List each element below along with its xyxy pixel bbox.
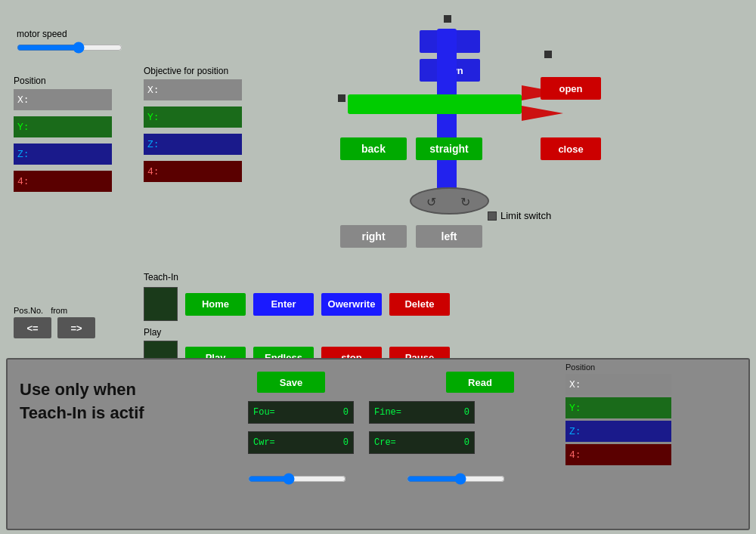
position-y-field: Y: <box>14 116 112 137</box>
base-disk: ↺ ↻ <box>410 187 489 215</box>
prev-button[interactable]: <= <box>14 317 51 338</box>
cwr-field: Cwr= 0 <box>248 431 354 454</box>
left-indicator <box>338 94 345 102</box>
limit-switch-indicator <box>488 211 497 221</box>
warning-line1: Use only when <box>20 380 136 399</box>
bottom-slider-2[interactable] <box>407 473 505 485</box>
posno-label: Pos.No. <box>14 306 43 315</box>
right-indicator <box>544 51 552 58</box>
teachin-label: Teach-In <box>144 272 450 282</box>
bottom-pos-y: Y: <box>565 397 671 418</box>
read-button[interactable]: Read <box>446 372 514 393</box>
warning-line2: Teach-In is actif <box>20 403 144 422</box>
four-field: Fou= 0 <box>248 401 354 424</box>
teachin-indicator <box>144 287 178 321</box>
objective-y-field: Y: <box>144 106 242 128</box>
bottom-sliders <box>248 473 505 485</box>
position-4-field: 4: <box>14 171 112 192</box>
warning-text: Use only when Teach-In is actif <box>20 378 144 425</box>
limit-switch-label: Limit switch <box>500 210 551 221</box>
straight-button[interactable]: straight <box>416 137 482 160</box>
from-label: from <box>51 306 67 315</box>
bottom-pos-label: Position <box>565 363 671 372</box>
position-label: Position <box>14 76 112 86</box>
play-label: Play <box>144 327 450 338</box>
home-button[interactable]: Home <box>185 293 246 316</box>
back-button[interactable]: back <box>340 137 407 160</box>
enter-button[interactable]: Enter <box>253 293 314 316</box>
objective-4-field: 4: <box>144 161 242 182</box>
overwrite-button[interactable]: Owerwrite <box>321 293 382 316</box>
top-indicator <box>444 15 451 23</box>
bottom-pos-section: Position X: Y: Z: 4: <box>565 363 671 465</box>
arm-horizontal <box>348 94 522 114</box>
objective-x-field: X: <box>144 79 242 100</box>
digital-fields-row2: Cwr= 0 Cre= 0 <box>248 431 475 454</box>
limit-switch-area: Limit switch <box>488 210 551 221</box>
next-button[interactable]: => <box>57 317 95 338</box>
arm-vertical <box>437 29 457 202</box>
bottom-pos-4: 4: <box>565 444 671 465</box>
robot-arm-area: Up Down ↺ ↻ back straight open close rig… <box>325 15 605 249</box>
main-area: motor speed Position X: Y: Z: 4: Objecti… <box>0 0 756 534</box>
position-x-field: X: <box>14 89 112 110</box>
motor-speed-label: motor speed <box>17 29 67 39</box>
cre-field: Cre= 0 <box>369 431 475 454</box>
fine-field: Fine= 0 <box>369 401 475 424</box>
objective-label: Objective for position <box>144 66 242 76</box>
save-button[interactable]: Save <box>257 372 325 393</box>
position-section: Position X: Y: Z: 4: <box>14 76 112 195</box>
digital-fields-row1: Fou= 0 Fine= 0 <box>248 401 475 424</box>
posno-section: Pos.No. from <= => <box>14 306 95 338</box>
delete-button[interactable]: Delete <box>389 293 450 316</box>
bottom-panel: Use only when Teach-In is actif Save Rea… <box>6 358 750 530</box>
objective-z-field: Z: <box>144 134 242 155</box>
bottom-pos-z: Z: <box>565 421 671 442</box>
open-button[interactable]: open <box>541 77 601 100</box>
right-button[interactable]: right <box>340 225 407 248</box>
gripper-lower <box>522 106 563 121</box>
close-button[interactable]: close <box>541 137 601 160</box>
bottom-pos-x: X: <box>565 374 671 395</box>
position-z-field: Z: <box>14 144 112 165</box>
objective-section: Objective for position X: Y: Z: 4: <box>144 66 242 185</box>
bottom-slider-1[interactable] <box>248 473 346 485</box>
left-button[interactable]: left <box>416 225 482 248</box>
motor-speed-slider[interactable] <box>17 42 122 54</box>
